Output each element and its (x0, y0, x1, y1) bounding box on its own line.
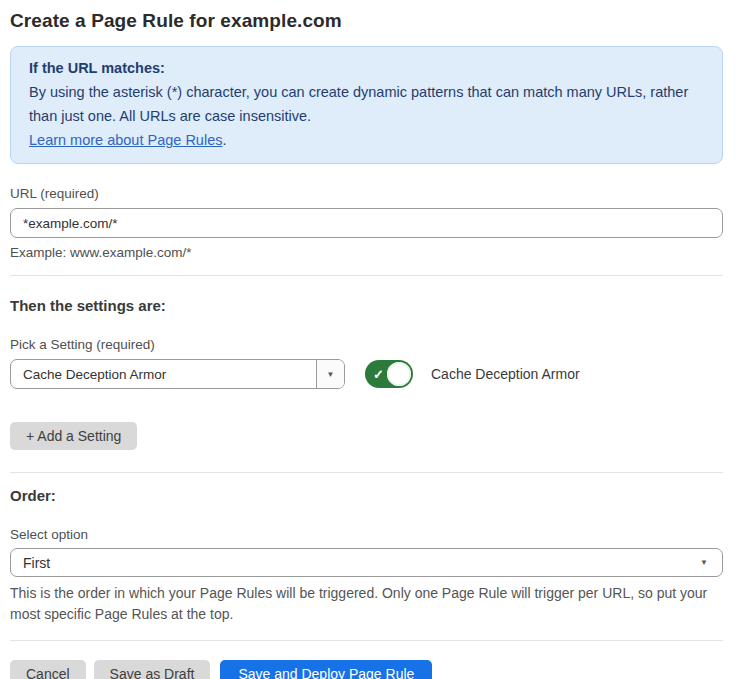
divider (10, 472, 723, 473)
order-help-text: This is the order in which your Page Rul… (10, 583, 715, 625)
url-matches-info-box: If the URL matches: By using the asteris… (10, 46, 723, 164)
divider (10, 640, 723, 641)
order-select-label: Select option (10, 527, 723, 542)
check-icon: ✓ (373, 368, 384, 381)
setting-select-value: Cache Deception Armor (11, 360, 316, 388)
chevron-down-icon: ▼ (327, 370, 335, 379)
add-setting-button[interactable]: + Add a Setting (10, 422, 137, 450)
info-box-body: By using the asterisk (*) character, you… (29, 80, 704, 128)
cancel-button[interactable]: Cancel (10, 660, 86, 679)
toggle-label: Cache Deception Armor (431, 366, 580, 382)
cache-deception-armor-toggle[interactable]: ✓ (365, 360, 413, 388)
chevron-down-icon: ▼ (700, 558, 708, 567)
url-input[interactable] (10, 208, 723, 238)
link-suffix: . (222, 132, 226, 148)
info-box-link-line: Learn more about Page Rules. (29, 128, 704, 152)
create-page-rule-form: Create a Page Rule for example.com If th… (0, 0, 750, 679)
order-section-heading: Order: (10, 487, 723, 504)
learn-more-link[interactable]: Learn more about Page Rules (29, 132, 222, 148)
order-select-value: First (23, 555, 50, 571)
setting-select-arrow-button[interactable]: ▼ (316, 360, 344, 388)
save-and-deploy-button[interactable]: Save and Deploy Page Rule (220, 660, 432, 679)
pick-setting-label: Pick a Setting (required) (10, 337, 723, 352)
page-title: Create a Page Rule for example.com (10, 10, 723, 32)
divider (10, 275, 723, 276)
toggle-knob (387, 362, 411, 386)
footer-actions: Cancel Save as Draft Save and Deploy Pag… (10, 660, 723, 679)
info-box-heading: If the URL matches: (29, 56, 704, 80)
url-example-text: Example: www.example.com/* (10, 245, 723, 260)
setting-select[interactable]: Cache Deception Armor ▼ (10, 359, 345, 389)
order-select[interactable]: First ▼ (10, 548, 723, 577)
url-field-label: URL (required) (10, 186, 723, 201)
settings-section-heading: Then the settings are: (10, 297, 723, 314)
save-as-draft-button[interactable]: Save as Draft (94, 660, 211, 679)
setting-row: Cache Deception Armor ▼ ✓ Cache Deceptio… (10, 359, 723, 389)
